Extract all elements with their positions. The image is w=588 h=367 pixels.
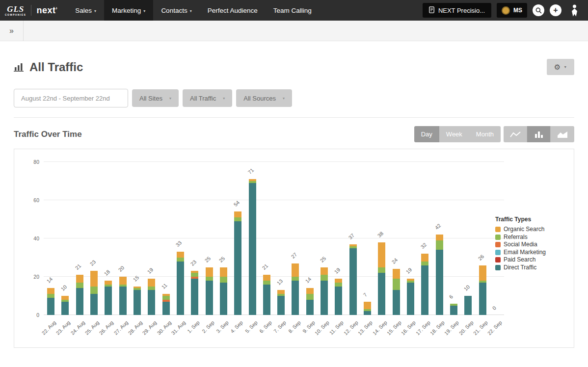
bar-18-sep[interactable] <box>436 235 443 315</box>
filter-dropdown-all-sites[interactable]: All Sites▾ <box>132 89 179 107</box>
view-button-month[interactable]: Month <box>469 126 501 142</box>
legend-item-paid-search[interactable]: Paid Search <box>495 256 569 264</box>
bar-slot: 1528. Aug <box>130 162 144 315</box>
add-button[interactable]: + <box>550 4 561 16</box>
segment-referrals <box>263 281 270 285</box>
bar-19-sep[interactable] <box>450 304 457 315</box>
view-button-week[interactable]: Week <box>439 126 469 142</box>
legend-item-direct-traffic[interactable]: Direct Traffic <box>495 264 569 272</box>
settings-button[interactable]: ⚙ ▼ <box>547 59 574 75</box>
bar-12-sep[interactable] <box>349 244 357 315</box>
bar-17-sep[interactable] <box>421 254 428 315</box>
filter-dropdown-all-sources[interactable]: All Sources▾ <box>236 89 292 107</box>
bar-16-sep[interactable] <box>407 279 414 315</box>
segment-direct-traffic <box>162 302 170 315</box>
bar-15-sep[interactable] <box>393 269 400 315</box>
x-axis-label: 1. Sep <box>186 319 201 334</box>
bar-4-sep[interactable] <box>234 211 241 315</box>
legend-title: Traffic Types <box>495 216 569 223</box>
line-chart-icon <box>510 131 521 138</box>
bar-10-sep[interactable] <box>321 267 328 315</box>
bar-14-sep[interactable] <box>378 242 385 315</box>
search-icon <box>535 7 542 14</box>
bar-27-aug[interactable] <box>119 277 127 315</box>
bar-1-sep[interactable] <box>191 271 198 315</box>
bar-total-label: 21 <box>74 262 82 271</box>
bar-28-aug[interactable] <box>134 287 141 315</box>
bar-13-sep[interactable] <box>364 302 371 315</box>
view-button-day[interactable]: Day <box>414 126 439 142</box>
bar-total-label: 18 <box>103 268 111 277</box>
bar-total-label: 71 <box>247 167 255 175</box>
bar-24-aug[interactable] <box>76 275 83 315</box>
interval-buttons: DayWeekMonth <box>414 126 501 142</box>
bar-21-sep[interactable] <box>479 265 486 315</box>
bar-26-aug[interactable] <box>105 281 112 315</box>
segment-organic-search <box>234 211 241 217</box>
nav-item-team-calling[interactable]: Team Calling <box>266 0 320 21</box>
bar-20-sep[interactable] <box>464 296 472 315</box>
nav-item-sales[interactable]: Sales▾ <box>67 0 104 21</box>
rocketman-icon[interactable] <box>569 4 580 17</box>
bar-total-label: 19 <box>333 266 341 275</box>
segment-referrals <box>234 217 241 221</box>
bar-11-sep[interactable] <box>335 279 342 315</box>
bar-23-aug[interactable] <box>61 296 69 315</box>
bar-3-sep[interactable] <box>220 267 227 315</box>
nav-item-perfect-audience[interactable]: Perfect Audience <box>200 0 266 21</box>
bar-total-label: 21 <box>261 262 269 271</box>
legend-item-organic-search[interactable]: Organic Search <box>495 226 569 234</box>
segment-organic-search <box>263 275 270 281</box>
gls-companies-logo[interactable]: GLS COMPANIES <box>5 5 26 16</box>
nav-item-contacts[interactable]: Contacts▾ <box>153 0 199 21</box>
segment-referrals <box>378 267 385 273</box>
segment-organic-search <box>61 296 69 300</box>
bar-total-label: 42 <box>434 222 442 231</box>
bar-29-aug[interactable] <box>148 279 155 315</box>
filter-row: All Sites▾All Traffic▾All Sources▾ <box>14 89 574 107</box>
segment-referrals <box>162 296 170 300</box>
segment-organic-search <box>292 263 299 277</box>
user-badge[interactable]: MS <box>497 3 527 18</box>
sidebar-collapse-toggle[interactable]: » <box>0 21 24 41</box>
bar-31-aug[interactable] <box>177 252 184 315</box>
x-axis-label: 28. Aug <box>127 319 143 336</box>
account-button[interactable]: NEXT Precisio... <box>423 3 491 18</box>
next-logo[interactable]: next› <box>36 5 57 16</box>
date-range-input[interactable] <box>14 89 128 107</box>
bar-5-sep[interactable] <box>249 179 256 315</box>
bar-slot: 1023. Aug <box>58 162 72 315</box>
segment-organic-search <box>421 254 428 262</box>
bar-7-sep[interactable] <box>277 290 285 315</box>
legend-item-email-marketing[interactable]: Email Marketing <box>495 249 569 257</box>
segment-organic-search <box>378 242 385 267</box>
bar-chart-icon <box>14 63 25 72</box>
nav-item-marketing[interactable]: Marketing▾ <box>104 0 153 21</box>
bar-9-sep[interactable] <box>306 288 314 315</box>
bar-30-aug[interactable] <box>162 294 170 315</box>
bar-slot: 715. Sep <box>245 162 259 315</box>
bar-8-sep[interactable] <box>292 263 299 315</box>
chart-type-column-button[interactable] <box>527 126 551 142</box>
bar-6-sep[interactable] <box>263 275 270 315</box>
bar-2-sep[interactable] <box>206 267 213 315</box>
segment-direct-traffic <box>321 281 328 315</box>
legend-item-social-media[interactable]: Social Media <box>495 241 569 249</box>
bar-slot: 713. Sep <box>360 162 374 315</box>
bar-25-aug[interactable] <box>90 271 98 315</box>
search-button[interactable] <box>533 4 544 16</box>
chevron-down-icon: ▾ <box>223 96 225 101</box>
chart-type-line-button[interactable] <box>504 126 527 142</box>
bar-slot: 1826. Aug <box>101 162 115 315</box>
bar-22-aug[interactable] <box>47 288 54 315</box>
segment-direct-traffic <box>177 262 184 315</box>
x-axis-label: 23. Aug <box>55 319 72 336</box>
legend-item-referrals[interactable]: Referrals <box>495 234 569 241</box>
chart-type-area-button[interactable] <box>551 126 574 142</box>
x-axis-label: 27. Aug <box>112 319 129 336</box>
segment-referrals <box>393 279 400 290</box>
x-axis-label: 7. Sep <box>272 319 287 334</box>
filter-dropdown-all-traffic[interactable]: All Traffic▾ <box>183 89 232 107</box>
bar-slot: 1916. Sep <box>403 162 418 315</box>
x-axis-label: 31. Aug <box>170 319 187 336</box>
